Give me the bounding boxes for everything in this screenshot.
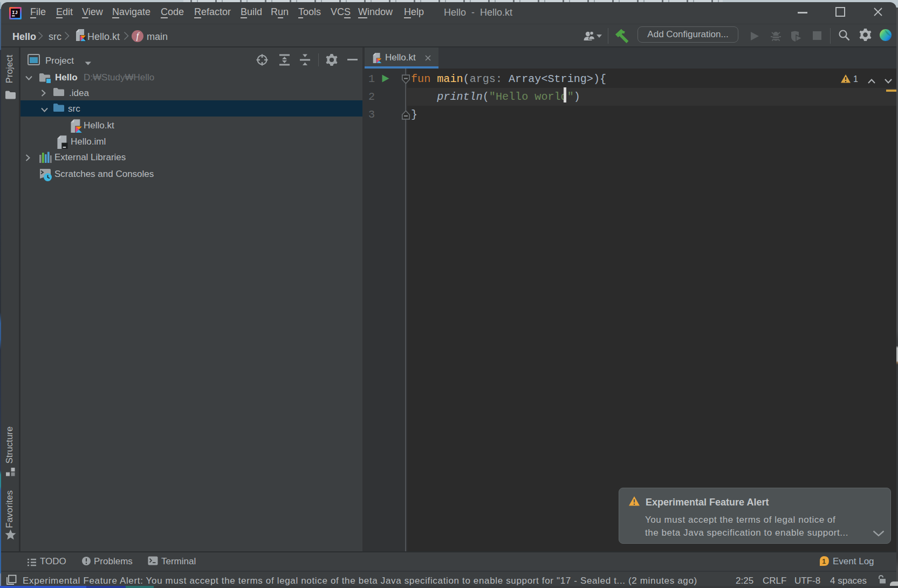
- svg-text:1: 1: [822, 558, 826, 565]
- svg-text:IJ: IJ: [12, 10, 18, 16]
